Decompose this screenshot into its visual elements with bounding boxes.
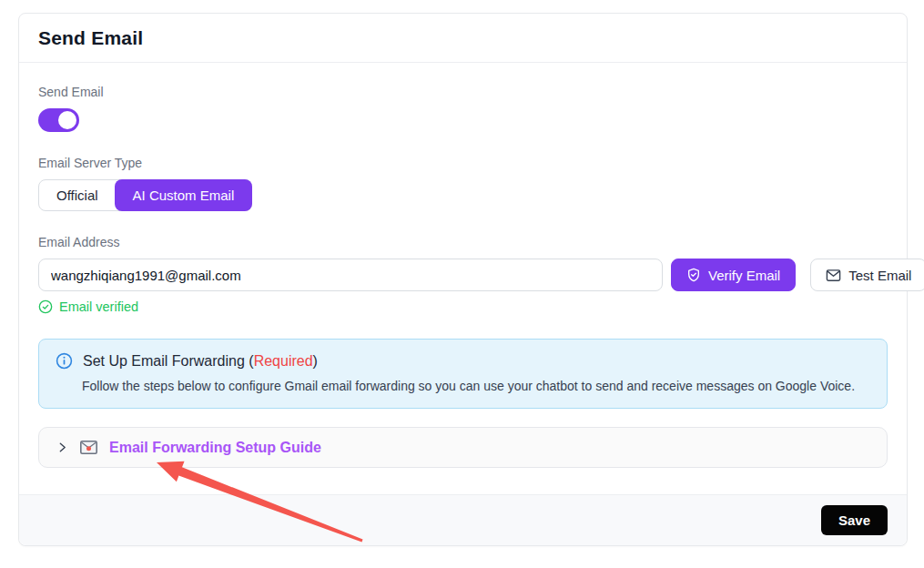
- email-forwarding-guide-toggle[interactable]: Email Forwarding Setup Guide: [38, 427, 888, 468]
- alert-required-text: Required: [254, 353, 313, 369]
- email-address-label: Email Address: [38, 235, 888, 249]
- toggle-knob-icon: [58, 111, 76, 129]
- verify-email-label: Verify Email: [708, 268, 780, 283]
- email-verified-status: Email verified: [38, 299, 888, 314]
- card-body: Send Email Email Server Type Official AI…: [19, 63, 907, 494]
- chevron-right-icon: [56, 441, 68, 453]
- alert-description: Follow the steps below to configure Gmai…: [82, 379, 870, 393]
- card-footer: Save: [19, 494, 907, 545]
- envelope-icon: [826, 269, 841, 282]
- shield-check-icon: [686, 268, 701, 282]
- check-circle-icon: [38, 299, 53, 314]
- alert-title: Set Up Email Forwarding (Required): [83, 353, 318, 370]
- server-type-segmented-control: Official AI Custom Email: [38, 179, 252, 211]
- verify-email-button[interactable]: Verify Email: [671, 259, 796, 291]
- card-header: Send Email: [19, 14, 907, 63]
- email-forwarding-alert: Set Up Email Forwarding (Required) Follo…: [38, 339, 888, 409]
- send-email-toggle-label: Send Email: [38, 85, 888, 99]
- test-email-label: Test Email: [848, 268, 911, 283]
- server-type-label: Email Server Type: [38, 156, 888, 170]
- page-title: Send Email: [38, 27, 888, 49]
- email-verified-text: Email verified: [59, 299, 138, 314]
- save-button[interactable]: Save: [821, 505, 888, 535]
- info-circle-icon: [56, 352, 73, 370]
- alert-head: Set Up Email Forwarding (Required): [56, 352, 870, 370]
- server-type-option-official[interactable]: Official: [39, 180, 116, 210]
- send-email-toggle[interactable]: [38, 108, 79, 132]
- email-row: Verify Email Test Email: [38, 259, 888, 291]
- send-email-card: Send Email Send Email Email Server Type …: [18, 13, 908, 546]
- server-type-option-ai-custom[interactable]: AI Custom Email: [115, 179, 253, 211]
- email-address-input[interactable]: [38, 259, 663, 291]
- guide-label: Email Forwarding Setup Guide: [109, 440, 321, 456]
- email-envelope-icon: [80, 441, 97, 454]
- test-email-button[interactable]: Test Email: [810, 259, 924, 291]
